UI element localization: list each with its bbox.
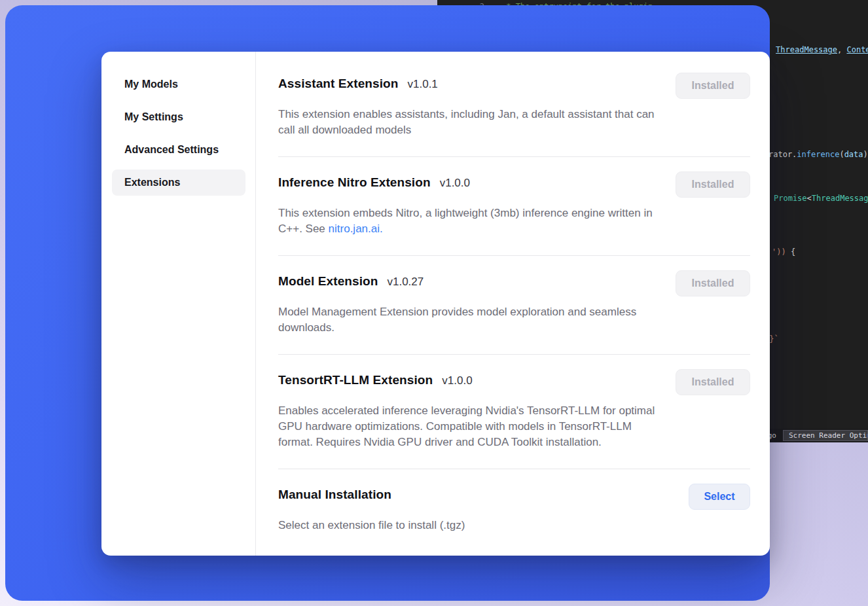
- manual-installation-title: Manual Installation: [278, 488, 391, 502]
- sidebar-item-my-settings[interactable]: My Settings: [112, 104, 245, 130]
- extension-row-tensorrt-llm: TensortRT-LLM Extension v1.0.0 Installed…: [278, 355, 750, 469]
- select-file-button[interactable]: Select: [689, 484, 750, 510]
- manual-installation-row: Manual Installation Select Select an ext…: [278, 469, 750, 552]
- extension-description: Enables accelerated inference leveraging…: [278, 403, 658, 450]
- sidebar-item-advanced-settings[interactable]: Advanced Settings: [112, 137, 245, 163]
- installed-button[interactable]: Installed: [676, 73, 750, 99]
- extension-row-assistant: Assistant Extension v1.0.1 Installed Thi…: [278, 67, 750, 157]
- code-fragment: Promise<ThreadMessage>: [774, 194, 868, 203]
- screen-reader-optimize-notice: Screen Reader Optimize: [783, 430, 868, 441]
- extension-description: This extension enables assistants, inclu…: [278, 107, 658, 138]
- extension-name: TensortRT-LLM Extension: [278, 373, 433, 387]
- extension-row-inference-nitro: Inference Nitro Extension v1.0.0 Install…: [278, 157, 750, 256]
- code-fragment: ')) {: [772, 247, 795, 257]
- installed-button[interactable]: Installed: [676, 270, 750, 296]
- extension-name: Model Extension: [278, 274, 378, 289]
- installed-button[interactable]: Installed: [676, 171, 750, 198]
- extension-version: v1.0.0: [440, 177, 470, 190]
- extension-name: Inference Nitro Extension: [278, 175, 431, 190]
- nitro-jan-ai-link[interactable]: nitro.jan.ai.: [329, 223, 383, 235]
- sidebar-item-my-models[interactable]: My Models: [112, 71, 245, 98]
- extension-description: Model Management Extension provides mode…: [278, 304, 658, 336]
- sidebar-item-extensions[interactable]: Extensions: [112, 169, 245, 196]
- extension-name: Assistant Extension: [278, 77, 399, 91]
- extensions-panel: Assistant Extension v1.0.1 Installed Thi…: [256, 52, 770, 556]
- settings-sidebar: My Models My Settings Advanced Settings …: [101, 52, 256, 556]
- extension-description: This extension embeds Nitro, a lightweig…: [278, 205, 658, 237]
- manual-installation-description: Select an extension file to install (.tg…: [278, 518, 658, 533]
- extension-version: v1.0.1: [408, 78, 438, 91]
- extension-version: v1.0.27: [387, 276, 424, 289]
- installed-button[interactable]: Installed: [676, 369, 750, 395]
- extension-row-model: Model Extension v1.0.27 Installed Model …: [278, 256, 750, 355]
- extension-version: v1.0.0: [442, 374, 472, 387]
- settings-modal: My Models My Settings Advanced Settings …: [101, 52, 770, 556]
- code-fragment: rator.inference(data));: [769, 150, 868, 159]
